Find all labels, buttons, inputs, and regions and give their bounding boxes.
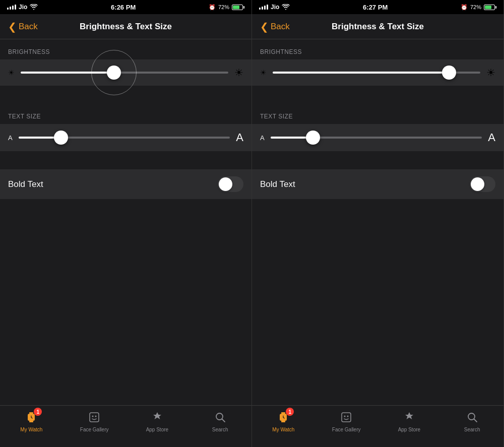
back-chevron-icon: ❮ [8,22,17,32]
tab-badge-my-watch: 1 [34,408,42,416]
page-title: Brightness & Text Size [332,22,424,32]
back-label: Back [19,22,38,32]
svg-rect-6 [90,413,99,422]
tab-item-search[interactable]: Search [188,410,251,432]
back-button[interactable]: ❮ Back [260,22,290,32]
tab-item-app-store[interactable]: App Store [378,410,441,432]
bold-text-row: Bold Text [0,169,251,199]
tab-item-my-watch[interactable]: 1 My Watch [0,410,63,432]
tab-item-face-gallery[interactable]: Face Gallery [315,410,378,432]
bar1 [259,8,261,10]
svg-rect-12 [281,421,285,422]
nav-bar: ❮ Back Brightness & Text Size [0,14,251,39]
signal-bars [259,5,268,10]
svg-rect-1 [29,421,33,422]
wifi-icon [30,4,38,10]
text-size-slider-row: A A [8,131,243,144]
tab-icon-wrapper-face-gallery [339,410,354,425]
tab-label-face-gallery: Face Gallery [80,427,109,432]
tab-icon-wrapper-search [213,410,228,425]
text-size-a-large: A [488,131,495,144]
text-size-slider-thumb[interactable] [306,131,320,145]
svg-rect-0 [29,412,33,414]
tab-label-app-store: App Store [146,427,168,432]
text-size-slider-container: A A [0,124,251,151]
back-chevron-icon: ❮ [260,22,269,32]
brightness-slider-track[interactable] [21,72,228,74]
carrier-name: Jio [19,4,27,11]
text-size-a-large: A [236,131,243,144]
status-bar: Jio 6:26 PM ⏰ 72% [0,0,251,14]
alarm-icon: ⏰ [461,4,468,11]
status-time: 6:27 PM [363,4,388,11]
text-size-slider-track[interactable] [271,137,482,139]
wifi-icon [282,4,290,10]
content-area: BRIGHTNESS ☀ ☀ TEXT SIZE A [252,39,503,405]
tab-icon-wrapper-my-watch: 1 [24,410,39,425]
status-left: Jio [259,4,290,11]
tab-icon-wrapper-my-watch: 1 [276,410,291,425]
brightness-slider-thumb[interactable] [107,66,121,80]
text-size-slider-thumb[interactable] [54,131,68,145]
text-size-section-label: TEXT SIZE [252,104,503,124]
text-size-a-small: A [8,134,13,142]
brightness-slider-track[interactable] [273,72,480,74]
bar3 [12,6,14,10]
brightness-slider-row: ☀ ☀ [260,67,495,79]
text-size-slider-row: A A [260,131,495,144]
toggle-knob [219,177,232,191]
bar2 [10,7,11,10]
battery-pct: 72% [470,4,481,10]
content-area: BRIGHTNESS ☀ ☀ TEXT SIZE A [0,39,251,405]
tab-icon-wrapper-app-store [402,410,417,425]
text-size-slider-container: A A [252,124,503,151]
tab-icon-wrapper-app-store [150,410,165,425]
svg-point-7 [92,416,94,417]
carrier-name: Jio [271,4,279,11]
bold-text-label: Bold Text [260,179,295,189]
brightness-slider-row: ☀ ☀ [8,67,243,79]
battery-icon [484,5,496,10]
brightness-section-label: BRIGHTNESS [252,39,503,59]
status-right: ⏰ 72% [461,4,496,11]
status-bar: Jio 6:27 PM ⏰ 72% [252,0,503,14]
bold-text-toggle[interactable] [470,176,495,192]
section-gap-1 [0,86,251,104]
bold-text-toggle[interactable] [218,176,243,192]
tab-item-face-gallery[interactable]: Face Gallery [63,410,126,432]
bar4 [267,5,268,10]
tab-item-search[interactable]: Search [440,410,503,432]
tab-label-app-store: App Store [398,427,420,432]
brightness-slider-container: ☀ ☀ [252,59,503,86]
section-gap-2 [0,151,251,169]
status-time: 6:26 PM [111,4,136,11]
brightness-slider-thumb[interactable] [442,66,456,80]
back-button[interactable]: ❮ Back [8,22,38,32]
status-right: ⏰ 72% [209,4,244,11]
text-size-section-label: TEXT SIZE [0,104,251,124]
section-gap-2 [252,151,503,169]
signal-bars [7,5,16,10]
brightness-section-label: BRIGHTNESS [0,39,251,59]
sun-large-icon: ☀ [234,67,243,79]
tab-label-face-gallery: Face Gallery [332,427,361,432]
page-title: Brightness & Text Size [80,22,172,32]
nav-bar: ❮ Back Brightness & Text Size [252,14,503,39]
bold-text-label: Bold Text [8,179,43,189]
alarm-icon: ⏰ [209,4,216,11]
brightness-slider-container: ☀ ☀ [0,59,251,86]
tab-item-my-watch[interactable]: 1 My Watch [252,410,315,432]
tab-item-app-store[interactable]: App Store [126,410,189,432]
text-size-a-small: A [260,134,265,142]
bar2 [262,7,263,10]
sun-small-icon: ☀ [260,69,267,77]
text-size-slider-track[interactable] [19,137,230,139]
status-left: Jio [7,4,38,11]
tab-label-search: Search [212,427,228,432]
tab-label-my-watch: My Watch [272,427,294,432]
bar4 [15,5,16,10]
battery-pct: 72% [218,4,229,10]
sun-large-icon: ☀ [486,67,495,79]
bar1 [7,8,9,10]
svg-rect-11 [281,412,285,414]
